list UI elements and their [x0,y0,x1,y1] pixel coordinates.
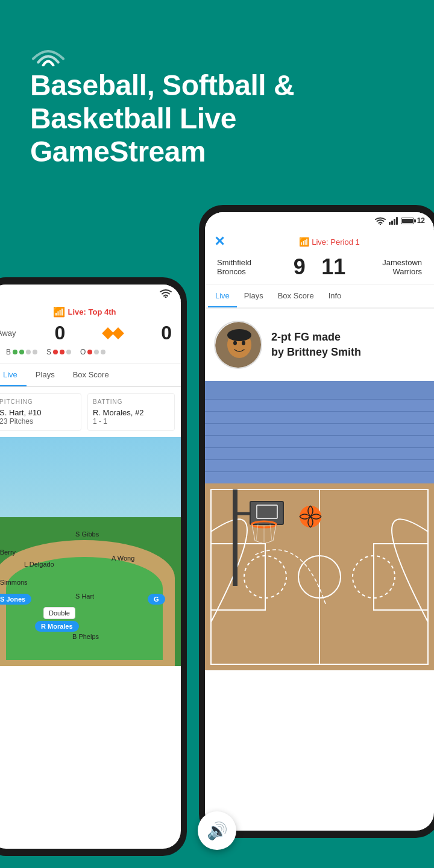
tab-live-right[interactable]: Live [208,285,237,307]
player-b-phelps: B Phelps [72,633,99,640]
pitching-box: PITCHING S. Hart, #10 23 Pitches [0,393,81,431]
player-g-badge: G [148,594,165,605]
live-indicator-left: 📶 Live: Top 4th [0,306,172,318]
svg-point-4 [233,341,237,345]
scoreboard-right: Smithfield Broncos 9 11 Jamestown Warrio… [214,254,425,280]
left-phone-header: 📶 Live: Top 4th Away 0 0 B [0,301,181,364]
svg-point-0 [165,297,167,298]
away-score: 0 [55,322,66,344]
bleachers [205,381,434,483]
tab-live-left[interactable]: Live [0,364,27,386]
hero-section: Baseball, Softball & Basketball Live Gam… [0,0,434,193]
phone-right: 12 ✕ 📶 Live: Period 1 Smithfield Broncos… [199,205,434,838]
close-btn-right[interactable]: ✕ [214,234,225,250]
player-r-morales-badge: R Morales [35,621,79,632]
time-display: 12 [417,216,425,225]
tab-boxscore-left[interactable]: Box Score [64,364,118,386]
wifi-status-right [375,216,386,225]
tabs-left: Live Plays Box Score [0,364,181,387]
team1-score: 9 [294,254,306,280]
baseball-diamonds [104,329,122,338]
play-highlight: 2-pt FG made by Brittney Smith [205,309,434,381]
live-dot-left: 📶 [53,306,65,318]
player-s-hart: S Hart [75,593,94,600]
tabs-right: Live Plays Box Score Info [205,285,434,309]
phone-right-screen: 12 ✕ 📶 Live: Period 1 Smithfield Broncos… [205,212,434,831]
svg-rect-12 [374,544,428,610]
away-label: Away [0,329,16,338]
batter-detail: 1 - 1 [93,417,169,426]
status-bar-left [0,285,181,301]
play-line2: by Brittney Smith [271,345,361,360]
player-l-delgado: L Delgado [24,561,54,568]
phone-left: 📶 Live: Top 4th Away 0 0 B [0,277,187,856]
speaker-icon: 🔊 [207,821,228,841]
svg-point-5 [242,341,245,345]
svg-point-1 [379,224,380,225]
basketball-court [205,381,434,670]
svg-point-6 [227,329,251,341]
live-indicator-right: 📶 Live: Period 1 [234,237,425,247]
outs-indicator: O [80,348,105,356]
batter-name: R. Morales, #2 [93,408,169,417]
battery-indicator-right [401,218,414,224]
double-indicator: Double [43,607,75,619]
strikes-indicator: S [46,348,71,356]
diamond-2 [112,327,124,339]
player-avatar-svg [215,322,262,369]
stats-row-left: PITCHING S. Hart, #10 23 Pitches BATTING… [0,387,181,437]
player-s-gibbs: S Gibbs [75,530,99,538]
live-text-right: Live: Period 1 [312,237,360,247]
pitching-label: PITCHING [0,398,76,405]
app-title: Baseball, Softball & Basketball Live Gam… [30,69,404,169]
team2-name: Jamestown Warriors [362,258,422,276]
tab-boxscore-right[interactable]: Box Score [271,285,321,307]
tab-plays-left[interactable]: Plays [27,364,64,386]
hoop-svg [217,483,289,592]
baseball-field: A Berry S Gibbs L Delgado A Wong F Simmo… [0,437,181,666]
bso-row: B S O [0,345,172,359]
home-score: 0 [161,322,172,344]
status-bar-right: 12 [205,212,434,229]
scoreboard-left: Away 0 0 [0,321,172,345]
player-a-berry: A Berry [0,549,16,556]
team1-name: Smithfield Broncos [217,258,277,276]
app-logo [30,36,404,69]
header-top-row-right: ✕ 📶 Live: Period 1 [214,234,425,250]
tab-plays-right[interactable]: Plays [237,285,271,307]
player-avatar [214,321,262,369]
play-line1: 2-pt FG made [271,330,361,345]
play-description: 2-pt FG made by Brittney Smith [271,330,361,360]
live-text-left: Live: Top 4th [68,307,116,316]
team2-score: 11 [321,254,345,280]
phones-display: 📶 Live: Top 4th Away 0 0 B [0,205,434,868]
signal-bars-right [389,216,398,225]
player-a-wong: A Wong [112,555,134,562]
basketball [298,505,322,529]
player-f-simmons: F Simmons [0,579,28,586]
tab-info-right[interactable]: Info [321,285,349,307]
field-infield-grass [6,557,163,660]
player-s-jones-badge: S Jones [0,594,31,605]
batting-box: BATTING R. Morales, #2 1 - 1 [87,393,175,431]
pitcher-detail: 23 Pitches [0,417,76,426]
balls-indicator: B [6,348,37,356]
wifi-status-left [160,288,172,298]
speaker-button[interactable]: 🔊 [198,811,236,850]
batting-label: BATTING [93,398,169,405]
pitcher-name: S. Hart, #10 [0,408,76,417]
court-floor [205,483,434,670]
right-phone-header: ✕ 📶 Live: Period 1 Smithfield Broncos 9 … [205,229,434,285]
phone-left-screen: 📶 Live: Top 4th Away 0 0 B [0,285,181,849]
